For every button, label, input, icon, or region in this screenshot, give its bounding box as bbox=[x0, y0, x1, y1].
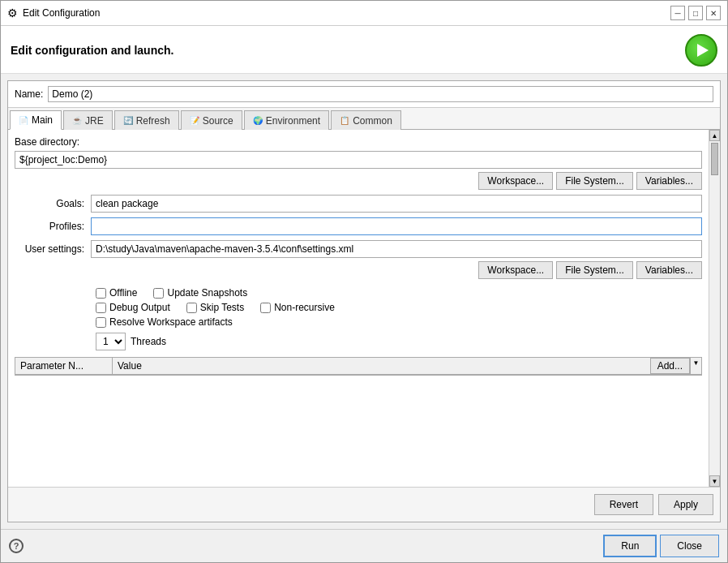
table-header: Parameter N... Value Add... ▼ bbox=[15, 358, 701, 375]
main-tab-icon: 📄 bbox=[19, 116, 28, 125]
panel-content: Base directory: Workspace... File System… bbox=[8, 130, 709, 487]
common-tab-icon: 📋 bbox=[340, 116, 349, 125]
user-settings-buttons: Workspace... File System... Variables... bbox=[15, 261, 702, 279]
update-snapshots-checkbox[interactable] bbox=[153, 288, 164, 299]
maximize-button[interactable]: □ bbox=[688, 6, 703, 20]
skip-tests-checkbox[interactable] bbox=[186, 303, 197, 313]
table-scroll-down-icon[interactable]: ▼ bbox=[692, 358, 701, 368]
table-value-header: Value bbox=[113, 358, 650, 374]
skip-tests-label: Skip Tests bbox=[200, 302, 244, 313]
non-recursive-label: Non-recursive bbox=[274, 302, 335, 313]
apply-button[interactable]: Apply bbox=[658, 494, 713, 515]
file-system-button-1[interactable]: File System... bbox=[556, 172, 633, 190]
tab-source[interactable]: 📝 Source bbox=[181, 110, 242, 130]
update-snapshots-label: Update Snapshots bbox=[167, 287, 247, 299]
tab-common[interactable]: 📋 Common bbox=[331, 110, 401, 130]
checkbox-row-1: Offline Update Snapshots bbox=[96, 287, 702, 299]
goals-row: Goals: bbox=[15, 195, 702, 213]
goals-label: Goals: bbox=[15, 198, 88, 209]
base-directory-buttons: Workspace... File System... Variables... bbox=[15, 172, 702, 190]
tab-common-label: Common bbox=[353, 115, 392, 127]
user-settings-label: User settings: bbox=[15, 243, 88, 255]
tab-main-label: Main bbox=[32, 114, 53, 126]
tab-refresh-label: Refresh bbox=[136, 115, 170, 127]
threads-label: Threads bbox=[131, 336, 166, 347]
parameters-table: Parameter N... Value Add... ▼ bbox=[15, 357, 702, 376]
profiles-row: Profiles: bbox=[15, 217, 702, 235]
title-bar-left: ⚙ Edit Configuration bbox=[7, 6, 100, 19]
debug-output-checkbox[interactable] bbox=[96, 303, 106, 313]
name-input[interactable] bbox=[48, 86, 713, 102]
tab-jre[interactable]: ☕ JRE bbox=[63, 110, 113, 130]
window-icon: ⚙ bbox=[7, 6, 18, 19]
threads-select[interactable]: 1 2 4 8 bbox=[96, 333, 126, 350]
footer-buttons: Run Close bbox=[603, 535, 719, 557]
variables-button-1[interactable]: Variables... bbox=[636, 172, 702, 190]
offline-checkbox[interactable] bbox=[96, 288, 106, 299]
close-button[interactable]: ✕ bbox=[706, 6, 721, 20]
non-recursive-checkbox[interactable] bbox=[260, 303, 271, 313]
help-button[interactable]: ? bbox=[9, 539, 24, 553]
help-icon-symbol: ? bbox=[14, 541, 19, 551]
scrollbar-thumb[interactable] bbox=[711, 143, 718, 175]
resolve-workspace-checkbox[interactable] bbox=[96, 317, 106, 328]
revert-button[interactable]: Revert bbox=[594, 494, 653, 515]
base-directory-section: Base directory: Workspace... File System… bbox=[15, 136, 702, 190]
threads-row: 1 2 4 8 Threads bbox=[96, 333, 702, 350]
title-bar: ⚙ Edit Configuration ─ □ ✕ bbox=[1, 1, 727, 26]
table-scroll-down[interactable]: ▼ bbox=[690, 358, 701, 374]
window-title: Edit Configuration bbox=[23, 7, 100, 19]
panel-area: Base directory: Workspace... File System… bbox=[8, 130, 720, 487]
run-icon-button[interactable] bbox=[685, 34, 717, 67]
scrollbar-space bbox=[709, 177, 720, 475]
tab-refresh[interactable]: 🔄 Refresh bbox=[114, 110, 179, 130]
offline-label: Offline bbox=[109, 287, 137, 299]
workspace-button-1[interactable]: Workspace... bbox=[478, 172, 553, 190]
scrollbar-down-button[interactable]: ▼ bbox=[709, 475, 720, 487]
add-parameter-button[interactable]: Add... bbox=[650, 358, 690, 374]
title-bar-buttons: ─ □ ✕ bbox=[670, 6, 721, 20]
header-title: Edit configuration and launch. bbox=[11, 44, 173, 57]
offline-checkbox-item[interactable]: Offline bbox=[96, 287, 137, 299]
tab-environment[interactable]: 🌍 Environment bbox=[244, 110, 329, 130]
skip-tests-checkbox-item[interactable]: Skip Tests bbox=[186, 302, 244, 313]
name-row: Name: bbox=[8, 81, 720, 108]
scrollbar-up-button[interactable]: ▲ bbox=[709, 130, 720, 141]
resolve-workspace-checkbox-item[interactable]: Resolve Workspace artifacts bbox=[96, 316, 233, 328]
tab-source-label: Source bbox=[203, 115, 233, 127]
variables-button-2[interactable]: Variables... bbox=[636, 261, 702, 279]
tabs-bar: 📄 Main ☕ JRE 🔄 Refresh 📝 Source 🌍 Enviro… bbox=[8, 108, 720, 130]
tab-main[interactable]: 📄 Main bbox=[10, 110, 62, 130]
run-button[interactable]: Run bbox=[603, 535, 657, 557]
name-label: Name: bbox=[15, 88, 43, 100]
debug-output-label: Debug Output bbox=[109, 302, 170, 313]
goals-input[interactable] bbox=[91, 195, 702, 213]
jre-tab-icon: ☕ bbox=[72, 116, 82, 125]
base-directory-label: Base directory: bbox=[15, 136, 702, 148]
user-settings-input[interactable] bbox=[91, 240, 702, 258]
source-tab-icon: 📝 bbox=[190, 116, 199, 125]
header-area: Edit configuration and launch. bbox=[1, 26, 727, 74]
checkbox-row-2: Debug Output Skip Tests Non-recursive bbox=[96, 302, 702, 313]
update-snapshots-checkbox-item[interactable]: Update Snapshots bbox=[153, 287, 247, 299]
footer-bar: ? Run Close bbox=[1, 529, 727, 562]
resolve-workspace-label: Resolve Workspace artifacts bbox=[109, 316, 233, 328]
table-param-header: Parameter N... bbox=[15, 358, 113, 374]
minimize-button[interactable]: ─ bbox=[670, 6, 685, 20]
user-settings-row: User settings: bbox=[15, 240, 702, 258]
environment-tab-icon: 🌍 bbox=[253, 116, 263, 125]
checkbox-row-3: Resolve Workspace artifacts bbox=[96, 316, 702, 328]
main-content: Name: 📄 Main ☕ JRE 🔄 Refresh 📝 Source � bbox=[7, 80, 721, 522]
non-recursive-checkbox-item[interactable]: Non-recursive bbox=[260, 302, 335, 313]
bottom-buttons-area: Revert Apply bbox=[8, 487, 720, 522]
base-directory-input[interactable] bbox=[15, 151, 702, 169]
checkboxes-area: Offline Update Snapshots Debug Output bbox=[96, 287, 702, 328]
window: ⚙ Edit Configuration ─ □ ✕ Edit configur… bbox=[0, 0, 728, 563]
profiles-input[interactable] bbox=[91, 217, 702, 235]
close-dialog-button[interactable]: Close bbox=[660, 535, 719, 557]
tab-environment-label: Environment bbox=[266, 115, 320, 127]
tab-jre-label: JRE bbox=[85, 115, 104, 127]
debug-output-checkbox-item[interactable]: Debug Output bbox=[96, 302, 170, 313]
file-system-button-2[interactable]: File System... bbox=[556, 261, 633, 279]
workspace-button-2[interactable]: Workspace... bbox=[478, 261, 553, 279]
